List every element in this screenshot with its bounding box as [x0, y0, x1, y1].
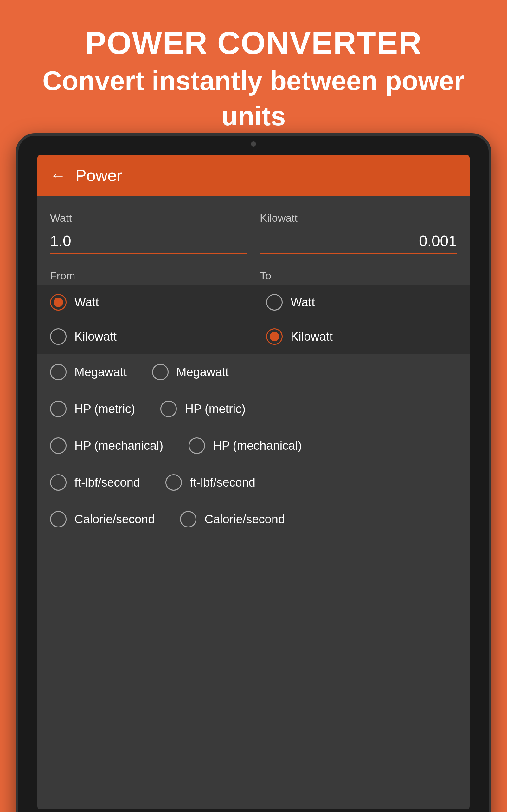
camera-notch	[251, 142, 256, 147]
from-hp-metric-radio[interactable]	[50, 401, 66, 417]
to-ft-lbf-option[interactable]: ft-lbf/second	[153, 464, 268, 501]
to-hp-mechanical-option[interactable]: HP (mechanical)	[176, 427, 314, 464]
from-hp-mechanical-radio[interactable]	[50, 438, 66, 454]
from-calorie-label: Calorie/second	[74, 513, 155, 526]
input-section: Watt Kilowatt	[38, 196, 469, 263]
calorie-row: Calorie/second Calorie/second	[38, 501, 469, 538]
from-kilowatt-option[interactable]: Kilowatt	[38, 319, 253, 354]
from-input-label: Watt	[50, 212, 247, 224]
to-hp-metric-label: HP (metric)	[185, 402, 245, 416]
from-ft-lbf-radio[interactable]	[50, 474, 66, 491]
header-section: POWER CONVERTER Convert instantly betwee…	[0, 0, 507, 153]
to-calorie-label: Calorie/second	[205, 513, 285, 526]
hp-mechanical-row: HP (mechanical) HP (mechanical)	[38, 427, 469, 464]
to-ft-lbf-radio[interactable]	[165, 474, 182, 491]
from-input-group: Watt	[50, 212, 247, 254]
tablet-mockup: ← Power Watt Kilowatt From To	[16, 133, 491, 812]
from-megawatt-label: Megawatt	[74, 365, 127, 379]
screen: ← Power Watt Kilowatt From To	[38, 155, 469, 809]
back-button[interactable]: ←	[50, 166, 66, 185]
from-watt-radio[interactable]	[50, 294, 66, 310]
from-hp-mechanical-label: HP (mechanical)	[74, 439, 163, 453]
from-hp-metric-label: HP (metric)	[74, 402, 135, 416]
hp-metric-row: HP (metric) HP (metric)	[38, 391, 469, 427]
from-calorie-option[interactable]: Calorie/second	[38, 501, 167, 538]
from-ft-lbf-label: ft-lbf/second	[74, 476, 140, 490]
to-input-label: Kilowatt	[260, 212, 457, 224]
to-watt-label: Watt	[291, 296, 315, 309]
app-bar-title: Power	[75, 166, 122, 185]
page-subtitle: Convert instantly between power units	[32, 63, 475, 134]
to-input-group: Kilowatt	[260, 212, 457, 254]
megawatt-row: Megawatt Megawatt	[38, 354, 469, 391]
page-title: POWER CONVERTER	[32, 26, 475, 60]
from-kilowatt-radio[interactable]	[50, 328, 66, 345]
from-calorie-radio[interactable]	[50, 511, 66, 527]
to-kilowatt-option[interactable]: Kilowatt	[253, 319, 469, 354]
to-calorie-option[interactable]: Calorie/second	[167, 501, 297, 538]
to-calorie-radio[interactable]	[180, 511, 196, 527]
to-label: To	[260, 270, 457, 282]
ft-lbf-row: ft-lbf/second ft-lbf/second	[38, 464, 469, 501]
to-megawatt-radio[interactable]	[152, 364, 169, 380]
to-kilowatt-label: Kilowatt	[291, 330, 333, 344]
to-watt-radio[interactable]	[266, 294, 283, 310]
from-ft-lbf-option[interactable]: ft-lbf/second	[38, 464, 153, 501]
app-bar: ← Power	[38, 155, 469, 196]
to-ft-lbf-label: ft-lbf/second	[190, 476, 256, 490]
to-megawatt-option[interactable]: Megawatt	[139, 354, 241, 391]
to-kilowatt-radio[interactable]	[266, 328, 283, 345]
to-hp-metric-option[interactable]: HP (metric)	[148, 391, 258, 427]
from-to-section: From To	[38, 263, 469, 285]
from-megawatt-radio[interactable]	[50, 364, 66, 380]
to-input-field[interactable]	[260, 229, 457, 254]
to-megawatt-label: Megawatt	[176, 365, 229, 379]
from-kilowatt-label: Kilowatt	[74, 330, 117, 344]
from-hp-metric-option[interactable]: HP (metric)	[38, 391, 148, 427]
tablet-outer: ← Power Watt Kilowatt From To	[16, 133, 491, 812]
to-hp-mechanical-radio[interactable]	[188, 438, 205, 454]
from-watt-option[interactable]: Watt	[38, 285, 253, 319]
to-hp-metric-radio[interactable]	[160, 401, 177, 417]
from-label: From	[50, 270, 247, 282]
from-hp-mechanical-option[interactable]: HP (mechanical)	[38, 427, 176, 464]
to-hp-mechanical-label: HP (mechanical)	[213, 439, 302, 453]
from-megawatt-option[interactable]: Megawatt	[38, 354, 139, 391]
highlighted-kilowatt-block: Kilowatt Kilowatt	[38, 319, 469, 354]
highlighted-options-block: Watt Watt	[38, 285, 469, 319]
to-watt-option[interactable]: Watt	[253, 285, 469, 319]
from-input-field[interactable]	[50, 229, 247, 254]
from-watt-label: Watt	[74, 296, 99, 309]
